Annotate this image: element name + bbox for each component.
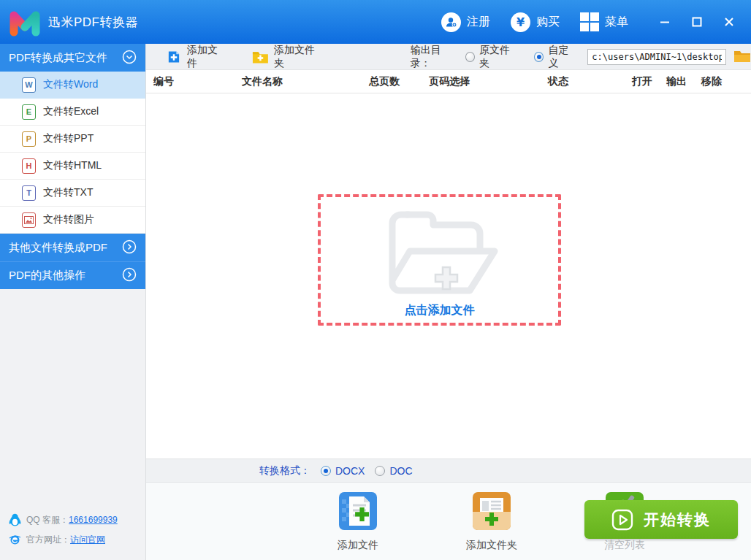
col-filename: 文件名称: [242, 75, 369, 88]
sidebar-section-pdf-other-ops[interactable]: PDF的其他操作: [0, 261, 145, 289]
chevron-right-circle-icon: [122, 267, 137, 284]
col-remove: 移除: [701, 75, 744, 88]
app-title: 迅米PDF转换器: [48, 14, 138, 31]
start-convert-button[interactable]: 开始转换: [584, 500, 738, 539]
open-folder-plus-icon: [367, 204, 513, 306]
add-folder-big-icon: [473, 492, 511, 530]
sidebar-item-pdf-to-txt[interactable]: T 文件转TXT: [0, 180, 145, 207]
radio-original-folder[interactable]: 原文件夹: [465, 44, 519, 70]
sidebar-item-pdf-to-html[interactable]: H 文件转HTML: [0, 153, 145, 180]
sidebar-item-pdf-to-image[interactable]: 文件转图片: [0, 207, 145, 234]
sidebar: PDF转换成其它文件 W 文件转Word E 文件转Excel P 文件转PPT…: [0, 44, 146, 560]
maximize-button[interactable]: [681, 0, 713, 44]
register-label: 注册: [467, 15, 490, 30]
col-open: 打开: [632, 75, 666, 88]
menu-button[interactable]: 菜单: [580, 12, 628, 31]
play-icon: [611, 509, 633, 531]
window-controls: [649, 0, 745, 44]
qq-number-link[interactable]: 1661699939: [69, 515, 118, 525]
add-file-toolbar-button[interactable]: 添加文件: [167, 44, 226, 70]
official-site-row: 官方网址： 访问官网: [0, 530, 146, 550]
close-button[interactable]: [713, 0, 745, 44]
add-file-action-button[interactable]: 添加文件: [320, 492, 396, 552]
format-doc-label: DOC: [389, 465, 412, 477]
browser-e-icon: [9, 534, 21, 546]
col-output: 输出: [666, 75, 701, 88]
html-file-icon: H: [22, 158, 36, 174]
word-file-icon: W: [22, 77, 36, 93]
app-logo-icon: [6, 5, 45, 39]
register-button[interactable]: 注册: [441, 12, 490, 32]
format-label: 转换格式：: [259, 464, 310, 477]
sidebar-section-others-to-pdf[interactable]: 其他文件转换成PDF: [0, 234, 145, 261]
format-doc-radio[interactable]: [375, 466, 385, 476]
output-dir-label: 输出目录：: [411, 44, 460, 70]
add-file-icon: [167, 49, 182, 65]
col-page-selection: 页码选择: [429, 75, 548, 88]
qq-support-row: QQ 客服： 1661699939: [0, 510, 146, 530]
dropzone-add-files[interactable]: 点击添加文件: [318, 194, 561, 326]
file-list-area: 点击添加文件: [146, 93, 751, 459]
radio-custom-folder[interactable]: 自定义: [534, 44, 577, 70]
register-user-icon: [441, 12, 461, 32]
file-table-header: 编号 文件名称 总页数 页码选择 状态 打开 输出 移除: [146, 70, 751, 93]
main-area: 添加文件 添加文件夹 输出目录： 原文件夹 自定义: [146, 44, 751, 560]
menu-grid-icon: [580, 12, 599, 31]
output-path-input[interactable]: [587, 49, 726, 65]
add-folder-toolbar-button[interactable]: 添加文件夹: [252, 44, 322, 70]
radio-custom-folder-label: 自定义: [548, 44, 577, 70]
add-file-action-label: 添加文件: [320, 539, 396, 552]
add-file-toolbar-label: 添加文件: [187, 44, 226, 70]
image-file-icon: [22, 212, 36, 228]
txt-file-icon: T: [22, 185, 36, 201]
radio-original-folder-label: 原文件夹: [479, 44, 518, 70]
format-docx-radio[interactable]: [321, 466, 331, 476]
col-status: 状态: [548, 75, 632, 88]
titlebar: 迅米PDF转换器 注册 ¥ 购买 菜单: [0, 0, 751, 44]
add-file-big-icon: [339, 492, 377, 530]
ppt-file-icon: P: [22, 131, 36, 147]
buy-label: 购买: [536, 15, 560, 30]
chevron-right-circle-icon: [122, 239, 137, 256]
add-folder-toolbar-label: 添加文件夹: [274, 44, 323, 70]
radio-original-folder-control[interactable]: [465, 52, 475, 62]
format-bar: 转换格式： DOCX DOC: [146, 459, 751, 482]
add-folder-icon: [252, 50, 269, 64]
format-option-docx[interactable]: DOCX: [321, 465, 365, 477]
dropzone-label: 点击添加文件: [321, 303, 558, 318]
buy-button[interactable]: ¥ 购买: [511, 12, 560, 32]
sidebar-section-pdf-to-others[interactable]: PDF转换成其它文件: [0, 44, 145, 72]
official-site-label: 官方网址：: [26, 534, 70, 546]
col-number: 编号: [146, 75, 242, 88]
body-area: PDF转换成其它文件 W 文件转Word E 文件转Excel P 文件转PPT…: [0, 44, 751, 560]
visit-site-link[interactable]: 访问官网: [70, 534, 105, 546]
app-window: 迅米PDF转换器 注册 ¥ 购买 菜单: [0, 0, 751, 560]
clear-list-action-label: 清空列表: [587, 539, 663, 552]
chevron-down-circle-icon: [122, 50, 137, 66]
qq-support-label: QQ 客服：: [26, 514, 69, 526]
menu-label: 菜单: [605, 15, 628, 30]
yen-icon: ¥: [511, 12, 530, 32]
add-folder-action-button[interactable]: 添加文件夹: [454, 492, 530, 552]
add-folder-action-label: 添加文件夹: [454, 539, 530, 552]
qq-penguin-icon: [9, 513, 21, 526]
browse-folder-button[interactable]: [733, 50, 751, 64]
radio-custom-folder-control[interactable]: [534, 52, 544, 62]
start-convert-label: 开始转换: [644, 510, 711, 530]
col-total-pages: 总页数: [369, 75, 429, 88]
format-option-doc[interactable]: DOC: [375, 465, 412, 477]
format-docx-label: DOCX: [335, 465, 365, 477]
sidebar-item-pdf-to-ppt[interactable]: P 文件转PPT: [0, 126, 145, 153]
titlebar-right: 注册 ¥ 购买 菜单: [441, 0, 751, 44]
minimize-button[interactable]: [649, 0, 681, 44]
browse-folder-icon: [733, 50, 751, 64]
toolbar: 添加文件 添加文件夹 输出目录： 原文件夹 自定义: [146, 44, 751, 70]
sidebar-footer: QQ 客服： 1661699939 官方网址： 访问官网: [0, 510, 146, 550]
footer-actions: 添加文件 添加文件夹: [146, 482, 751, 560]
sidebar-item-pdf-to-excel[interactable]: E 文件转Excel: [0, 99, 145, 126]
sidebar-item-pdf-to-word[interactable]: W 文件转Word: [0, 72, 145, 99]
excel-file-icon: E: [22, 104, 36, 120]
